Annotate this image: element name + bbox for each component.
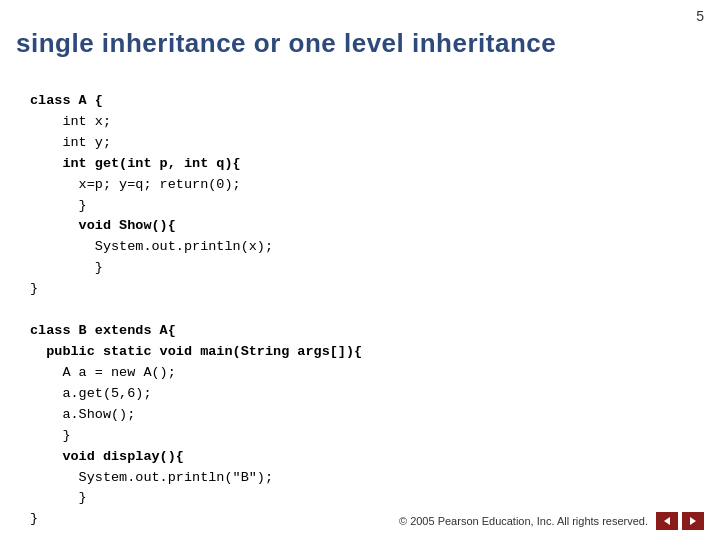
copyright-text: © 2005 Pearson Education, Inc. All right… xyxy=(399,515,648,527)
code-class-a: class A { int x; int y; int get(int p, i… xyxy=(30,93,362,526)
footer: © 2005 Pearson Education, Inc. All right… xyxy=(399,512,704,530)
slide-title: single inheritance or one level inherita… xyxy=(16,28,556,59)
code-block: class A { int x; int y; int get(int p, i… xyxy=(30,70,362,530)
svg-marker-1 xyxy=(690,517,696,525)
nav-buttons[interactable] xyxy=(656,512,704,530)
prev-button[interactable] xyxy=(656,512,678,530)
page-number: 5 xyxy=(696,8,704,24)
next-button[interactable] xyxy=(682,512,704,530)
svg-marker-0 xyxy=(664,517,670,525)
